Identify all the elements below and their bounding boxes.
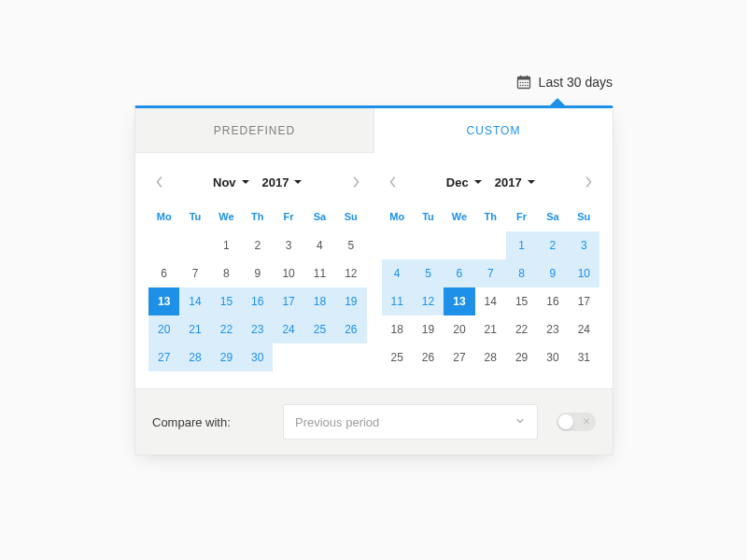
popover-pointer [550,98,565,105]
day-cell[interactable]: 16 [242,287,273,315]
month-select[interactable]: Dec [446,175,482,189]
day-cell[interactable]: 17 [569,287,599,315]
day-cell[interactable]: 11 [382,287,413,315]
day-cell[interactable]: 26 [335,315,366,343]
day-empty [444,231,474,259]
day-cell[interactable]: 8 [211,259,242,287]
day-cell[interactable]: 22 [506,315,537,343]
day-cell[interactable]: 31 [569,343,599,371]
day-cell[interactable]: 21 [475,315,506,343]
day-cell[interactable]: 16 [537,287,568,315]
calendar-icon [516,75,531,90]
day-cell[interactable]: 4 [304,231,335,259]
tabs: PREDEFINED CUSTOM [135,108,613,153]
day-cell[interactable]: 13 [444,287,474,315]
day-cell[interactable]: 4 [382,259,413,287]
day-cell[interactable]: 13 [148,287,179,315]
svg-point-4 [519,82,521,84]
day-cell[interactable]: 8 [506,259,537,287]
compare-toggle[interactable]: ✕ [557,413,596,431]
day-cell[interactable]: 6 [148,259,179,287]
day-cell[interactable]: 27 [444,343,474,371]
weekday-label: Tu [179,205,210,231]
day-cell[interactable]: 29 [506,343,537,371]
day-cell[interactable]: 24 [273,315,303,343]
day-cell[interactable]: 1 [211,231,242,259]
day-cell[interactable]: 10 [569,259,599,287]
day-cell[interactable]: 2 [242,231,273,259]
day-cell[interactable]: 3 [569,231,599,259]
day-cell[interactable]: 6 [444,259,474,287]
prev-month-button[interactable] [148,164,171,200]
day-cell[interactable]: 11 [304,259,335,287]
month-select[interactable]: Nov [213,175,249,189]
next-month-button[interactable] [577,164,599,200]
prev-month-button[interactable] [382,164,404,200]
week-row: 6789101112 [148,259,367,287]
month-label: Dec [446,175,469,189]
day-cell[interactable]: 7 [475,259,506,287]
svg-rect-2 [520,76,521,78]
next-month-button[interactable] [345,164,367,200]
week-row: 123 [382,231,600,259]
day-empty [273,343,303,371]
day-cell[interactable]: 17 [273,287,303,315]
day-cell[interactable]: 26 [413,343,444,371]
day-cell[interactable]: 22 [211,315,242,343]
day-empty [382,231,413,259]
day-cell[interactable]: 9 [242,259,273,287]
year-select[interactable]: 2017 [495,175,535,189]
compare-dropdown[interactable]: Previous period [283,404,538,440]
year-label: 2017 [262,175,289,189]
weekday-label: Fr [273,205,303,231]
week-row: 45678910 [382,259,600,287]
chevron-down-icon [514,415,526,429]
day-cell[interactable]: 12 [335,259,366,287]
day-cell[interactable]: 19 [335,287,366,315]
day-cell[interactable]: 1 [506,231,537,259]
date-range-trigger[interactable]: Last 30 days [516,75,613,90]
day-cell[interactable]: 23 [242,315,273,343]
day-cell[interactable]: 20 [148,315,179,343]
compare-footer: Compare with: Previous period ✕ [135,388,613,455]
day-cell[interactable]: 28 [179,343,210,371]
day-cell[interactable]: 27 [148,343,179,371]
day-cell[interactable]: 2 [537,231,568,259]
day-cell[interactable]: 24 [569,315,599,343]
day-cell[interactable]: 14 [179,287,210,315]
day-cell[interactable]: 14 [475,287,506,315]
day-cell[interactable]: 23 [537,315,568,343]
weekday-label: Mo [148,205,179,231]
day-cell[interactable]: 5 [413,259,444,287]
day-cell[interactable]: 15 [506,287,537,315]
day-cell[interactable]: 7 [179,259,210,287]
date-range-label: Last 30 days [539,75,613,90]
year-select[interactable]: 2017 [262,175,303,189]
day-cell[interactable]: 25 [382,343,413,371]
compare-dropdown-value: Previous period [295,415,379,429]
day-cell[interactable]: 9 [537,259,568,287]
day-cell[interactable]: 19 [413,315,444,343]
day-cell[interactable]: 18 [304,287,335,315]
day-cell[interactable]: 28 [475,343,506,371]
day-empty [304,343,335,371]
svg-point-7 [527,82,529,84]
day-cell[interactable]: 15 [211,287,242,315]
caret-down-icon [294,180,302,184]
weekday-label: Sa [537,205,568,231]
tab-custom[interactable]: CUSTOM [374,108,613,153]
day-cell[interactable]: 30 [537,343,568,371]
day-cell[interactable]: 12 [413,287,444,315]
week-row: 27282930 [148,343,367,371]
day-cell[interactable]: 3 [273,231,303,259]
calendar-right: Dec2017MoTuWeThFrSaSu1234567891011121314… [382,164,600,371]
day-cell[interactable]: 10 [273,259,303,287]
tab-predefined[interactable]: PREDEFINED [135,108,374,153]
day-cell[interactable]: 30 [242,343,273,371]
day-cell[interactable]: 29 [211,343,242,371]
day-cell[interactable]: 25 [304,315,335,343]
day-cell[interactable]: 18 [382,315,413,343]
day-cell[interactable]: 5 [335,231,366,259]
day-cell[interactable]: 20 [444,315,474,343]
day-cell[interactable]: 21 [179,315,210,343]
